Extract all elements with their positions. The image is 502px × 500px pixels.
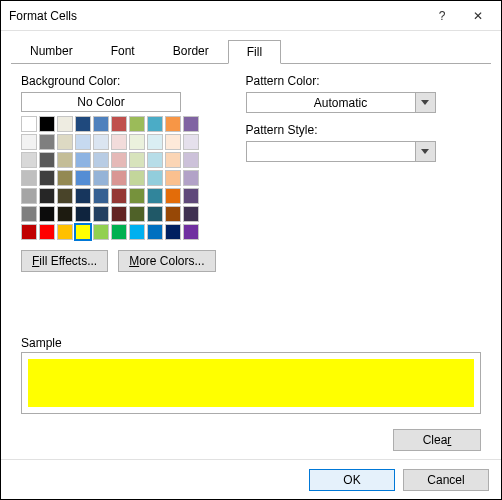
footer: OK Cancel bbox=[1, 459, 501, 499]
background-color-label: Background Color: bbox=[21, 74, 120, 88]
color-swatch[interactable] bbox=[111, 134, 127, 150]
color-swatch[interactable] bbox=[165, 116, 181, 132]
color-swatch[interactable] bbox=[57, 152, 73, 168]
color-swatch[interactable] bbox=[129, 170, 145, 186]
color-swatch-grid[interactable] bbox=[21, 116, 216, 240]
fill-effects-button[interactable]: Fill Effects... bbox=[21, 250, 108, 272]
color-swatch[interactable] bbox=[75, 188, 91, 204]
color-swatch[interactable] bbox=[75, 134, 91, 150]
color-swatch[interactable] bbox=[75, 116, 91, 132]
color-swatch[interactable] bbox=[111, 224, 127, 240]
color-swatch[interactable] bbox=[111, 188, 127, 204]
color-swatch[interactable] bbox=[147, 224, 163, 240]
window-title: Format Cells bbox=[9, 9, 77, 23]
color-swatch[interactable] bbox=[21, 206, 37, 222]
color-swatch[interactable] bbox=[111, 170, 127, 186]
color-swatch[interactable] bbox=[129, 188, 145, 204]
color-swatch[interactable] bbox=[183, 116, 199, 132]
pattern-style-dropdown-arrow[interactable] bbox=[415, 142, 435, 161]
color-swatch[interactable] bbox=[39, 170, 55, 186]
color-swatch[interactable] bbox=[129, 152, 145, 168]
color-swatch[interactable] bbox=[147, 116, 163, 132]
color-swatch[interactable] bbox=[129, 206, 145, 222]
color-swatch[interactable] bbox=[93, 116, 109, 132]
color-swatch[interactable] bbox=[183, 224, 199, 240]
pattern-color-combo[interactable]: Automatic bbox=[246, 92, 436, 113]
color-swatch[interactable] bbox=[39, 116, 55, 132]
color-swatch[interactable] bbox=[75, 152, 91, 168]
color-swatch[interactable] bbox=[129, 116, 145, 132]
color-swatch[interactable] bbox=[21, 188, 37, 204]
window-controls: ? ✕ bbox=[427, 6, 493, 26]
ok-button[interactable]: OK bbox=[309, 469, 395, 491]
color-swatch[interactable] bbox=[183, 134, 199, 150]
tab-font[interactable]: Font bbox=[92, 39, 154, 63]
color-swatch[interactable] bbox=[147, 134, 163, 150]
color-swatch[interactable] bbox=[147, 188, 163, 204]
help-icon[interactable]: ? bbox=[427, 6, 457, 26]
color-swatch[interactable] bbox=[93, 134, 109, 150]
titlebar: Format Cells ? ✕ bbox=[1, 1, 501, 31]
color-swatch[interactable] bbox=[39, 134, 55, 150]
color-swatch[interactable] bbox=[165, 206, 181, 222]
color-swatch[interactable] bbox=[165, 152, 181, 168]
no-color-button[interactable]: No Color bbox=[21, 92, 181, 112]
color-swatch[interactable] bbox=[129, 134, 145, 150]
color-swatch[interactable] bbox=[165, 134, 181, 150]
sample-box-frame bbox=[21, 352, 481, 414]
color-swatch[interactable] bbox=[75, 224, 91, 240]
color-swatch[interactable] bbox=[183, 188, 199, 204]
color-swatch[interactable] bbox=[21, 152, 37, 168]
color-swatch[interactable] bbox=[57, 170, 73, 186]
color-swatch[interactable] bbox=[165, 188, 181, 204]
color-swatch[interactable] bbox=[183, 206, 199, 222]
color-swatch[interactable] bbox=[75, 170, 91, 186]
color-swatch[interactable] bbox=[39, 188, 55, 204]
color-swatch[interactable] bbox=[21, 170, 37, 186]
more-colors-button[interactable]: More Colors... bbox=[118, 250, 215, 272]
pattern-color-value: Automatic bbox=[314, 96, 367, 110]
color-swatch[interactable] bbox=[57, 224, 73, 240]
color-swatch[interactable] bbox=[21, 116, 37, 132]
color-swatch[interactable] bbox=[93, 224, 109, 240]
color-swatch[interactable] bbox=[183, 152, 199, 168]
pattern-color-label: Pattern Color: bbox=[246, 74, 320, 88]
color-swatch[interactable] bbox=[93, 152, 109, 168]
color-swatch[interactable] bbox=[93, 188, 109, 204]
sample-label: Sample bbox=[21, 336, 62, 350]
color-swatch[interactable] bbox=[57, 188, 73, 204]
color-swatch[interactable] bbox=[93, 206, 109, 222]
color-swatch[interactable] bbox=[111, 152, 127, 168]
close-icon[interactable]: ✕ bbox=[463, 6, 493, 26]
color-swatch[interactable] bbox=[39, 206, 55, 222]
color-swatch[interactable] bbox=[147, 206, 163, 222]
chevron-down-icon bbox=[421, 100, 429, 105]
color-swatch[interactable] bbox=[57, 206, 73, 222]
cancel-button[interactable]: Cancel bbox=[403, 469, 489, 491]
color-swatch[interactable] bbox=[57, 134, 73, 150]
color-swatch[interactable] bbox=[75, 206, 91, 222]
pattern-style-combo[interactable] bbox=[246, 141, 436, 162]
color-swatch[interactable] bbox=[111, 116, 127, 132]
color-swatch[interactable] bbox=[147, 152, 163, 168]
clear-button[interactable]: Clear bbox=[393, 429, 481, 451]
color-swatch[interactable] bbox=[39, 152, 55, 168]
color-swatch[interactable] bbox=[111, 206, 127, 222]
color-swatch[interactable] bbox=[21, 134, 37, 150]
color-swatch[interactable] bbox=[165, 170, 181, 186]
color-swatch[interactable] bbox=[57, 116, 73, 132]
color-swatch[interactable] bbox=[39, 224, 55, 240]
sample-preview bbox=[28, 359, 474, 407]
tab-border[interactable]: Border bbox=[154, 39, 228, 63]
color-swatch[interactable] bbox=[183, 170, 199, 186]
color-swatch[interactable] bbox=[93, 170, 109, 186]
chevron-down-icon bbox=[421, 149, 429, 154]
pattern-style-label: Pattern Style: bbox=[246, 123, 318, 137]
color-swatch[interactable] bbox=[129, 224, 145, 240]
tab-number[interactable]: Number bbox=[11, 39, 92, 63]
pattern-color-dropdown-arrow[interactable] bbox=[415, 93, 435, 112]
color-swatch[interactable] bbox=[165, 224, 181, 240]
color-swatch[interactable] bbox=[21, 224, 37, 240]
color-swatch[interactable] bbox=[147, 170, 163, 186]
tab-fill[interactable]: Fill bbox=[228, 40, 281, 64]
